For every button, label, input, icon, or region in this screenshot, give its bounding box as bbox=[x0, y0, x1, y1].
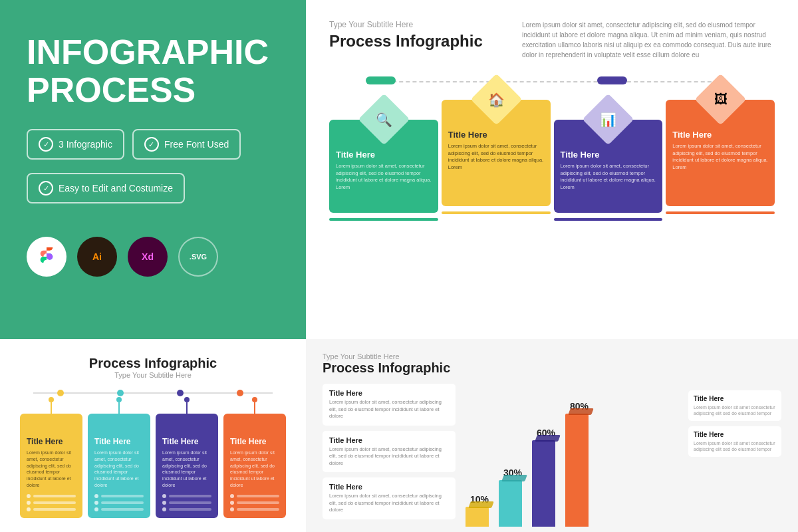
top-pill-1 bbox=[366, 76, 396, 84]
card1-bottom-line bbox=[329, 218, 438, 221]
badge-font: ✓ Free Font Used bbox=[132, 129, 241, 160]
badge-edit: ✓ Easy to Edit and Costumize bbox=[27, 173, 185, 203]
card4-text: Lorem ipsum dolor sit amet, consectetur … bbox=[672, 143, 768, 171]
cards-row: 🔍 Title Here Lorem ipsum dolor sit amet,… bbox=[329, 100, 775, 221]
badge-infographic: ✓ 3 Infographic bbox=[27, 129, 124, 160]
card4-bottom-line bbox=[666, 211, 775, 214]
br-title: Process Infographic bbox=[323, 360, 781, 376]
bl-subtitle: Type Your Subtitle Here bbox=[20, 371, 286, 379]
br-subtitle: Type Your Subtitle Here bbox=[323, 352, 781, 360]
br-content: Title Here Lorem ipsum dolor sit amet, c… bbox=[323, 384, 781, 530]
process-card-2: 🏠 Title Here Lorem ipsum dolor sit amet,… bbox=[442, 80, 551, 214]
card1-title: Title Here bbox=[336, 150, 432, 160]
bar-3-wrap: 60% bbox=[532, 428, 560, 527]
top-pill-3 bbox=[597, 76, 627, 84]
feature-badges: ✓ 3 Infographic ✓ Free Font Used bbox=[27, 129, 279, 160]
card4-title: Title Here bbox=[672, 130, 768, 140]
bl-card-1: Title Here Lorem ipsum dolor sit amet, c… bbox=[20, 414, 82, 518]
tool-icons: Ai Xd .SVG bbox=[27, 237, 279, 277]
xd-icon: Xd bbox=[128, 237, 168, 277]
process-cards-container: 🔍 Title Here Lorem ipsum dolor sit amet,… bbox=[329, 73, 775, 221]
card2-bottom-line bbox=[442, 211, 551, 214]
bar-1-wrap: 10% bbox=[466, 494, 493, 527]
process-card-1: 🔍 Title Here Lorem ipsum dolor sit amet,… bbox=[329, 100, 438, 221]
card1-text: Lorem ipsum dolor sit amet, consectetur … bbox=[336, 163, 432, 191]
br-rpc-2: Title Here Lorem ipsum dolor sit amet co… bbox=[688, 426, 781, 457]
card2-title: Title Here bbox=[448, 130, 544, 140]
br-header: Type Your Subtitle Here Process Infograp… bbox=[323, 352, 781, 376]
bar-1 bbox=[466, 507, 493, 527]
bl-connector bbox=[20, 392, 286, 394]
process-card-3: 📊 Title Here Lorem ipsum dolor sit amet,… bbox=[554, 100, 663, 221]
svg-icon: .SVG bbox=[178, 237, 218, 277]
card3-text: Lorem ipsum dolor sit amet, consectetur … bbox=[561, 163, 656, 191]
bar-2 bbox=[499, 480, 527, 527]
card2-text: Lorem ipsum dolor sit amet, consectetur … bbox=[448, 143, 544, 171]
bottom-right-panel: Type Your Subtitle Here Process Infograp… bbox=[306, 339, 798, 532]
feature-badges-2: ✓ Easy to Edit and Costumize bbox=[27, 173, 279, 203]
top-left-panel: INFOGRAPHICPROCESS ✓ 3 Infographic ✓ Fre… bbox=[0, 0, 306, 339]
br-rpc-1: Title Here Lorem ipsum dolor sit amet co… bbox=[688, 390, 781, 421]
bl-card-2: Title Here Lorem ipsum dolor sit amet, c… bbox=[88, 414, 150, 518]
top-right-panel: Type Your Subtitle Here Process Infograp… bbox=[306, 0, 798, 339]
top-subtitle: Type Your Subtitle Here bbox=[329, 20, 483, 29]
bottom-left-panel: Process Infographic Type Your Subtitle H… bbox=[0, 339, 306, 532]
check-icon: ✓ bbox=[39, 137, 53, 152]
bl-title: Process Infographic bbox=[20, 356, 286, 371]
card3-bottom-line bbox=[554, 218, 663, 221]
top-title: Process Infographic bbox=[329, 32, 483, 51]
figma-icon bbox=[27, 237, 66, 277]
bl-card-3: Title Here Lorem ipsum dolor sit amet, c… bbox=[156, 414, 218, 518]
bl-cards-row: Title Here Lorem ipsum dolor sit amet, c… bbox=[20, 414, 286, 518]
bar-2-wrap: 30% bbox=[499, 467, 527, 527]
br-right-cards: Title Here Lorem ipsum dolor sit amet co… bbox=[688, 384, 781, 530]
bar-4-wrap: 80% bbox=[565, 401, 593, 527]
top-right-header: Type Your Subtitle Here Process Infograp… bbox=[329, 20, 775, 60]
main-title: INFOGRAPHICPROCESS bbox=[27, 33, 279, 109]
top-description: Lorem ipsum dolor sit amet, consectetur … bbox=[522, 20, 775, 60]
bar-chart: 10% 30% 60% bbox=[466, 384, 678, 530]
check-icon-3: ✓ bbox=[39, 181, 53, 196]
br-card-1: Title Here Lorem ipsum dolor sit amet, c… bbox=[323, 384, 456, 426]
bl-card-4: Title Here Lorem ipsum dolor sit amet, c… bbox=[223, 414, 286, 518]
br-left-cards: Title Here Lorem ipsum dolor sit amet, c… bbox=[323, 384, 456, 530]
check-icon-2: ✓ bbox=[144, 137, 159, 152]
ai-icon: Ai bbox=[77, 237, 117, 277]
header-left: Type Your Subtitle Here Process Infograp… bbox=[329, 20, 483, 51]
bar-3 bbox=[532, 440, 560, 527]
card3-title: Title Here bbox=[561, 150, 656, 160]
process-card-4: 🖼 Title Here Lorem ipsum dolor sit amet,… bbox=[666, 80, 775, 214]
bar-4 bbox=[565, 414, 593, 527]
br-card-3: Title Here Lorem ipsum dolor sit amet, c… bbox=[323, 477, 456, 519]
br-card-2: Title Here Lorem ipsum dolor sit amet, c… bbox=[323, 431, 456, 473]
